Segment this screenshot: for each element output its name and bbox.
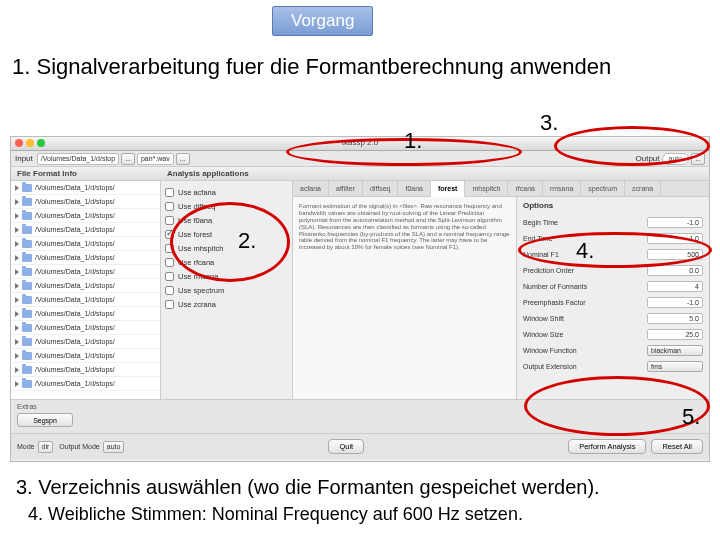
tab-spectrum[interactable]: spectrum — [581, 181, 625, 196]
option-value[interactable]: blackman — [647, 345, 703, 356]
tab-rmsana[interactable]: rmsana — [543, 181, 581, 196]
disclosure-icon[interactable] — [15, 325, 19, 331]
option-label: Output Extension — [523, 363, 577, 370]
file-item[interactable]: /Volumes/Data_1/d/stops/ — [11, 279, 160, 293]
file-item[interactable]: /Volumes/Data_1/d/stops/ — [11, 363, 160, 377]
option-value[interactable]: fms — [647, 361, 703, 372]
option-label: Nominal F1 — [523, 251, 559, 258]
disclosure-icon[interactable] — [15, 213, 19, 219]
reset-all-button[interactable]: Reset All — [651, 439, 703, 454]
option-row: Window Functionblackman — [523, 342, 703, 358]
apps-header: Analysis applications — [167, 169, 297, 178]
checkbox-icon[interactable] — [165, 188, 174, 197]
disclosure-icon[interactable] — [15, 269, 19, 275]
output-mode-value[interactable]: auto — [103, 441, 125, 453]
input-path[interactable]: /Volumes/Data_1/d/stop — [37, 153, 119, 165]
file-item[interactable]: /Volumes/Data_1/d/stops/ — [11, 265, 160, 279]
tab-affilter[interactable]: affilter — [329, 181, 363, 196]
file-item[interactable]: /Volumes/Data_1/d/stops/ — [11, 195, 160, 209]
checkbox-icon[interactable] — [165, 272, 174, 281]
vorgang-button[interactable]: Vorgang — [272, 6, 373, 36]
app-checkbox-row[interactable]: Use zcrana — [165, 297, 288, 311]
option-value[interactable]: 0.0 — [647, 265, 703, 276]
file-item[interactable]: /Volumes/Data_1/d/stops/ — [11, 223, 160, 237]
input-path-picker[interactable]: ... — [121, 153, 135, 165]
close-icon[interactable] — [15, 139, 23, 147]
checkbox-icon[interactable] — [165, 300, 174, 309]
app-checkbox-row[interactable]: Use mhspitch — [165, 241, 288, 255]
disclosure-icon[interactable] — [15, 185, 19, 191]
disclosure-icon[interactable] — [15, 311, 19, 317]
zoom-icon[interactable] — [37, 139, 45, 147]
file-item[interactable]: /Volumes/Data_1/d/stops/ — [11, 237, 160, 251]
folder-icon — [22, 282, 32, 290]
disclosure-icon[interactable] — [15, 297, 19, 303]
disclosure-icon[interactable] — [15, 199, 19, 205]
option-value[interactable]: -1.0 — [647, 297, 703, 308]
app-checkbox-row[interactable]: Use acfana — [165, 185, 288, 199]
disclosure-icon[interactable] — [15, 255, 19, 261]
minimize-icon[interactable] — [26, 139, 34, 147]
app-label: Use diffseq — [178, 202, 215, 211]
option-value[interactable]: 500 — [647, 249, 703, 260]
file-item[interactable]: /Volumes/Data_1/d/stops/ — [11, 349, 160, 363]
io-row: Input /Volumes/Data_1/d/stop ... pan*.wa… — [11, 151, 709, 167]
tab-rfcana[interactable]: rfcana — [508, 181, 542, 196]
disclosure-icon[interactable] — [15, 283, 19, 289]
mode-value[interactable]: dir — [38, 441, 54, 453]
file-list[interactable]: /Volumes/Data_1/d/stops//Volumes/Data_1/… — [11, 181, 161, 399]
file-item[interactable]: /Volumes/Data_1/d/stops/ — [11, 377, 160, 391]
checkbox-icon[interactable] — [165, 230, 174, 239]
tab-zcrana[interactable]: zcrana — [625, 181, 661, 196]
folder-icon — [22, 310, 32, 318]
disclosure-icon[interactable] — [15, 367, 19, 373]
file-path: /Volumes/Data_1/d/stops/ — [35, 324, 115, 331]
disclosure-icon[interactable] — [15, 241, 19, 247]
folder-icon — [22, 212, 32, 220]
option-value[interactable]: 25.0 — [647, 329, 703, 340]
app-checkbox-row[interactable]: Use diffseq — [165, 199, 288, 213]
checkbox-icon[interactable] — [165, 286, 174, 295]
file-item[interactable]: /Volumes/Data_1/d/stops/ — [11, 307, 160, 321]
disclosure-icon[interactable] — [15, 339, 19, 345]
disclosure-icon[interactable] — [15, 381, 19, 387]
input-pattern[interactable]: pan*.wav — [137, 153, 174, 165]
checkbox-icon[interactable] — [165, 216, 174, 225]
perform-analysis-button[interactable]: Perform Analysis — [568, 439, 646, 454]
option-value[interactable]: -1.0 — [647, 217, 703, 228]
folder-icon — [22, 338, 32, 346]
file-path: /Volumes/Data_1/d/stops/ — [35, 366, 115, 373]
folder-icon — [22, 254, 32, 262]
annotation-2: 2. — [238, 228, 256, 254]
output-value[interactable]: auto — [662, 153, 690, 165]
quit-button[interactable]: Quit — [328, 439, 364, 454]
app-checkbox-row[interactable]: Use spectrum — [165, 283, 288, 297]
app-checkbox-row[interactable]: Use forest — [165, 227, 288, 241]
app-checkbox-row[interactable]: Use rfcana — [165, 255, 288, 269]
option-value[interactable]: 4 — [647, 281, 703, 292]
checkbox-icon[interactable] — [165, 202, 174, 211]
file-item[interactable]: /Volumes/Data_1/d/stops/ — [11, 251, 160, 265]
file-item[interactable]: /Volumes/Data_1/d/stops/ — [11, 181, 160, 195]
file-item[interactable]: /Volumes/Data_1/d/stops/ — [11, 321, 160, 335]
option-value[interactable]: -1.0 — [647, 233, 703, 244]
input-pattern-picker[interactable]: ... — [176, 153, 190, 165]
segspn-button[interactable]: Segspn — [17, 413, 73, 427]
file-item[interactable]: /Volumes/Data_1/d/stops/ — [11, 209, 160, 223]
file-item[interactable]: /Volumes/Data_1/d/stops/ — [11, 293, 160, 307]
tab-acfana[interactable]: acfana — [293, 181, 329, 196]
checkbox-icon[interactable] — [165, 258, 174, 267]
disclosure-icon[interactable] — [15, 227, 19, 233]
tab-f0ana[interactable]: f0ana — [398, 181, 431, 196]
checkbox-icon[interactable] — [165, 244, 174, 253]
tab-mhspitch[interactable]: mhspitch — [465, 181, 508, 196]
output-picker[interactable]: ... — [691, 153, 705, 165]
app-checkbox-row[interactable]: Use f0ana — [165, 213, 288, 227]
file-item[interactable]: /Volumes/Data_1/d/stops/ — [11, 335, 160, 349]
option-value[interactable]: 5.0 — [647, 313, 703, 324]
disclosure-icon[interactable] — [15, 353, 19, 359]
tab-forest[interactable]: forest — [431, 181, 465, 197]
app-checkbox-row[interactable]: Use rmsana — [165, 269, 288, 283]
folder-icon — [22, 324, 32, 332]
tab-diffseq[interactable]: diffseq — [363, 181, 399, 196]
